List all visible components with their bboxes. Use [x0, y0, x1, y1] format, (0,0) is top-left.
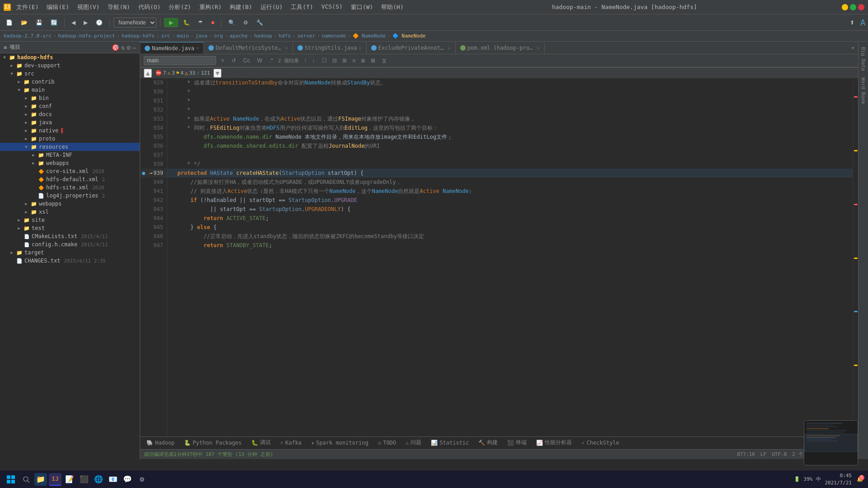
start-button[interactable]: [4, 472, 18, 487]
window-controls[interactable]: [842, 4, 864, 10]
search-filter-icon[interactable]: ⧖: [382, 57, 387, 65]
tree-item-config-h[interactable]: 📄 config.h.cmake 2015/4/11: [0, 240, 140, 249]
tree-item-docs[interactable]: ▶ 📁 docs: [0, 110, 140, 118]
tree-item-hdfs-site[interactable]: 🔶 hdfs-site.xml 2020: [0, 183, 140, 192]
panel-settings-icon[interactable]: ⚙: [127, 44, 130, 51]
tab-close-defaultmetrics[interactable]: ×: [285, 46, 288, 51]
tab-namenode-java[interactable]: NameNode.java ×: [140, 42, 204, 54]
menu-window[interactable]: 窗口(W): [347, 2, 377, 12]
search-opt5-btn[interactable]: ⊠: [368, 56, 377, 65]
search-word-btn[interactable]: W: [255, 56, 264, 65]
stop-button[interactable]: ■: [208, 18, 217, 27]
toolbar-recent-btn[interactable]: 🕐: [93, 18, 106, 27]
toolbar-new-btn[interactable]: 📄: [3, 18, 16, 27]
taskbar-notepad-icon[interactable]: 📝: [63, 473, 76, 486]
bottom-tab-kafka[interactable]: ⚡ Kafka: [276, 438, 306, 449]
tree-item-target[interactable]: ▶ 📁 target: [0, 249, 140, 257]
bottom-tab-spark[interactable]: ✦ Spark monitoring: [307, 438, 373, 449]
tree-item-main[interactable]: ▼ 📁 main: [0, 86, 140, 94]
breadcrumb-src[interactable]: src: [161, 33, 170, 39]
menu-edit[interactable]: 编辑(E): [43, 2, 72, 12]
tree-item-webapps[interactable]: ▶ 📁 webapps: [0, 159, 140, 167]
breadcrumb-java[interactable]: java: [195, 33, 208, 39]
wordbook-panel-btn[interactable]: Word Book: [859, 75, 867, 106]
tree-item-dev-support[interactable]: ▶ 📁 dev-support: [0, 61, 140, 70]
toolbar-btn6[interactable]: ⚙: [240, 18, 251, 27]
menu-refactor[interactable]: 重构(R): [196, 2, 225, 12]
bottom-tab-terminal[interactable]: ⬛ 终端: [503, 437, 531, 449]
breadcrumb-namenode[interactable]: namenode: [322, 33, 346, 39]
tree-item-hdfs-default[interactable]: 🔶 hdfs-default.xml 2: [0, 175, 140, 183]
taskbar-mail-icon[interactable]: 📧: [107, 473, 119, 486]
taskbar-file-icon[interactable]: 📁: [34, 473, 47, 486]
error-scroll-up-btn[interactable]: ▲: [144, 69, 152, 78]
bottom-tab-checkstyle[interactable]: ✓ CheckStyle: [577, 438, 623, 449]
breadcrumb-hadoop[interactable]: hadoop: [254, 33, 272, 39]
bottom-tab-hadoop[interactable]: 🐘 Hadoop: [142, 438, 179, 449]
search-infile-btn[interactable]: ☐: [320, 56, 329, 65]
close-button[interactable]: [858, 4, 864, 10]
search-opt4-btn[interactable]: ≣: [359, 56, 368, 65]
tab-excludeprivate[interactable]: ExcludePrivateAnnotationsJDiffDoclet.jav…: [367, 42, 456, 54]
tree-root-hadoop-hdfs[interactable]: ▼ 📁 hadoop-hdfs: [0, 53, 140, 61]
tree-item-site[interactable]: ▶ 📁 site: [0, 216, 140, 224]
breadcrumb-apache[interactable]: apache: [230, 33, 248, 39]
toolbar-save-btn[interactable]: 💾: [33, 18, 46, 27]
tree-item-contrib[interactable]: ▶ 📁 contrib: [0, 78, 140, 86]
tree-item-changes[interactable]: 📄 CHANGES.txt 2015/4/11 2:35: [0, 257, 140, 265]
tree-item-proto[interactable]: ▶ 📁 proto: [0, 135, 140, 143]
toolbar-btn5[interactable]: 🔍: [225, 18, 238, 27]
breadcrumb-main[interactable]: main: [177, 33, 189, 39]
bottom-tab-profiler[interactable]: 📈 性能分析器: [532, 437, 576, 449]
bottom-tab-todo[interactable]: ☑ TODO: [373, 438, 401, 449]
menu-view[interactable]: 视图(V): [74, 2, 103, 12]
search-opt2-btn[interactable]: ⊞: [340, 56, 349, 65]
breadcrumb-org[interactable]: org: [214, 33, 223, 39]
tab-close-pom[interactable]: ×: [537, 46, 540, 51]
bigdata-panel-btn[interactable]: Big Data: [859, 45, 867, 73]
tab-pom-xml[interactable]: pom.xml (hadoop-project ×: [456, 42, 545, 54]
run-button[interactable]: ▶: [164, 18, 178, 27]
menu-analyze[interactable]: 分析(Z): [165, 2, 194, 12]
toolbar-back-btn[interactable]: ◀: [68, 18, 79, 27]
tree-item-log4j[interactable]: 📄 log4j.properties 2: [0, 192, 140, 200]
minimize-button[interactable]: [842, 4, 848, 10]
tab-overflow-btn[interactable]: ▾: [848, 42, 858, 54]
tree-item-native[interactable]: ▶ 📁 native: [0, 127, 140, 135]
search-prev-btn[interactable]: ↑: [302, 56, 309, 65]
taskbar-settings-icon[interactable]: ⚙: [136, 473, 148, 486]
tree-item-bin[interactable]: ▶ 📁 bin: [0, 94, 140, 102]
panel-sort-icon[interactable]: ⇅: [121, 44, 125, 51]
tab-close-stringutils[interactable]: ×: [359, 46, 362, 51]
menu-tools[interactable]: 工具(T): [287, 2, 316, 12]
menu-bar[interactable]: 文件(E) 编辑(E) 视图(V) 导航(N) 代码(O) 分析(Z) 重构(R…: [13, 2, 407, 12]
tab-close-excludeprivate[interactable]: ×: [448, 46, 451, 51]
search-opt1-btn[interactable]: ⊟: [330, 56, 339, 65]
menu-help[interactable]: 帮助(H): [377, 2, 407, 12]
tree-item-core-site[interactable]: 🔶 core-site.xml 2020: [0, 167, 140, 175]
tab-stringutils[interactable]: StringUtils.java ×: [293, 42, 367, 54]
coverage-button[interactable]: ☂: [195, 18, 206, 27]
bottom-tab-build[interactable]: 🔨 构建: [474, 437, 502, 449]
toolbar-btn7[interactable]: 🔧: [253, 18, 266, 27]
debug-button[interactable]: 🐛: [180, 18, 193, 27]
taskbar-chat-icon[interactable]: 💬: [121, 473, 134, 486]
translate-icon[interactable]: A: [860, 18, 865, 27]
search-clear-btn[interactable]: ×: [219, 56, 226, 65]
bottom-tab-statistic[interactable]: 📊 Statistic: [426, 438, 473, 449]
tree-item-conf[interactable]: ▶ 📁 conf: [0, 102, 140, 110]
encoding[interactable]: UTF-8: [772, 451, 787, 457]
bottom-tab-problems[interactable]: ⚠ 问题: [401, 437, 426, 449]
panel-locate-icon[interactable]: 🎯: [112, 44, 119, 51]
bottom-tab-python[interactable]: 🐍 Python Packages: [179, 438, 246, 449]
line-ending[interactable]: LF: [760, 451, 766, 457]
tab-close-namenode[interactable]: ×: [196, 46, 199, 51]
tree-item-src[interactable]: ▼ 📁 src: [0, 70, 140, 78]
breadcrumb-namenode2[interactable]: 🔶 NameNode: [353, 33, 386, 39]
tab-defaultmetrics[interactable]: DefaultMetricsSystem.java ×: [204, 42, 293, 54]
search-input[interactable]: [144, 56, 216, 65]
error-scroll-down-btn[interactable]: ▼: [213, 69, 222, 78]
tree-item-webapps2[interactable]: ▶ 📁 webapps: [0, 200, 140, 208]
search-reset-btn[interactable]: ↺: [229, 56, 238, 65]
search-options[interactable]: ☐ ⊟ ⊞ ≡ ≣ ⊠: [320, 56, 377, 65]
